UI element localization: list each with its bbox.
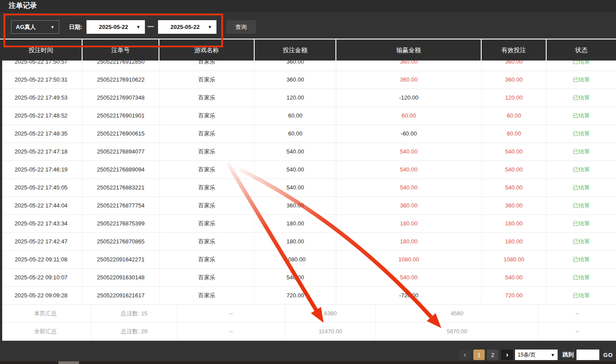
- cell-valid-bet: 360.00: [482, 71, 547, 89]
- summary-dash: –: [177, 323, 285, 341]
- cell-bet-time: 2025-05-22 09:10:07: [0, 269, 83, 287]
- cell-bet-time: 2025-05-22 17:46:19: [0, 161, 83, 179]
- cell-game-name: 百家乐: [159, 233, 255, 251]
- horizontal-scrollbar-thumb[interactable]: [58, 361, 79, 364]
- column-header-valid-bet: 有效投注: [482, 39, 547, 61]
- cell-game-name: 百家乐: [159, 143, 255, 161]
- title-bar: 注单记录: [0, 0, 616, 12]
- cell-status: 已结算: [547, 71, 616, 89]
- cell-winloss-amount: 180.00: [336, 215, 482, 233]
- summary-dash: –: [177, 305, 285, 323]
- next-page-button[interactable]: ›: [501, 350, 513, 360]
- page-button-1[interactable]: 1: [473, 350, 485, 360]
- table-row: 2025-05-22 17:48:52250522176901901百家乐60.…: [0, 107, 616, 125]
- table-header-row: 投注时间注单号游戏名称投注金额输赢金额有效投注状态: [0, 39, 616, 61]
- date-from-select[interactable]: 2025-05-22 ▼: [86, 20, 145, 34]
- cell-status: 已结算: [547, 125, 616, 143]
- cell-bet-amount: 360.00: [255, 71, 336, 89]
- cell-bet-amount: 1080.00: [255, 251, 336, 269]
- cell-bet-no: 250522176894077: [83, 143, 159, 161]
- table-body: 2025-05-22 17:50:57250522176912850百家乐360…: [0, 61, 616, 305]
- cell-winloss-amount: 540.00: [336, 179, 482, 197]
- cell-bet-amount: 60.00: [255, 125, 336, 143]
- cell-bet-amount: 180.00: [255, 233, 336, 251]
- date-from-value: 2025-05-22: [91, 24, 136, 30]
- cell-bet-no: 250522176883221: [83, 179, 159, 197]
- jump-to-input[interactable]: [576, 350, 599, 360]
- summary-dash: –: [539, 323, 616, 341]
- cell-game-name: 百家乐: [159, 125, 255, 143]
- table-row: 2025-05-22 17:49:53250522176907348百家乐120…: [0, 89, 616, 107]
- table-row: 2025-05-22 17:48:35250522176900615百家乐60.…: [0, 125, 616, 143]
- cell-winloss-amount: 180.00: [336, 233, 482, 251]
- game-platform-select[interactable]: AG真人 ▼: [11, 20, 59, 34]
- cell-winloss-amount: 60.00: [336, 107, 482, 125]
- table-row: 2025-05-22 17:44:04250522176877754百家乐360…: [0, 197, 616, 215]
- table-row: 2025-05-22 17:46:19250522176889094百家乐540…: [0, 161, 616, 179]
- summary-total-count: 总注数: 29: [91, 323, 177, 341]
- cell-status: 已结算: [547, 287, 616, 305]
- summary-row: 全部汇总总注数: 29–11470.005870.00–: [0, 323, 616, 341]
- cell-valid-bet: 360.00: [482, 197, 547, 215]
- cell-winloss-amount: 360.00: [336, 61, 482, 71]
- table-row: 2025-05-22 17:43:34250522176875399百家乐180…: [0, 215, 616, 233]
- cell-status: 已结算: [547, 233, 616, 251]
- column-header-bet-time: 投注时间: [0, 39, 83, 61]
- date-range-separator: —: [148, 23, 154, 30]
- cell-bet-amount: 720.00: [255, 287, 336, 305]
- chevron-down-icon: ▼: [136, 25, 140, 29]
- table-row: 2025-05-22 09:11:08250522091642271百家乐108…: [0, 251, 616, 269]
- cell-valid-bet: 540.00: [482, 179, 547, 197]
- cell-status: 已结算: [547, 107, 616, 125]
- cell-bet-amount: 540.00: [255, 269, 336, 287]
- cell-winloss-amount: 540.00: [336, 143, 482, 161]
- cell-bet-no: 250522091630148: [83, 269, 159, 287]
- cell-bet-time: 2025-05-22 17:48:35: [0, 125, 83, 143]
- cell-bet-amount: 60.00: [255, 107, 336, 125]
- cell-bet-no: 250522176889094: [83, 161, 159, 179]
- cell-bet-time: 2025-05-22 17:43:34: [0, 215, 83, 233]
- table-row: 2025-05-22 17:45:05250522176883221百家乐540…: [0, 179, 616, 197]
- cell-valid-bet: 540.00: [482, 269, 547, 287]
- horizontal-scrollbar-track[interactable]: [0, 361, 616, 364]
- cell-game-name: 百家乐: [159, 179, 255, 197]
- page-size-select[interactable]: 15条/页 ▼: [515, 350, 558, 360]
- column-header-game-name: 游戏名称: [159, 39, 255, 61]
- cell-bet-time: 2025-05-22 09:09:28: [0, 287, 83, 305]
- column-header-bet-amount: 投注金额: [255, 39, 336, 61]
- cell-status: 已结算: [547, 89, 616, 107]
- cell-status: 已结算: [547, 143, 616, 161]
- page-title: 注单记录: [9, 1, 37, 11]
- cell-valid-bet: 360.00: [482, 61, 547, 71]
- cell-bet-no: 250522176901901: [83, 107, 159, 125]
- cell-status: 已结算: [547, 179, 616, 197]
- cell-game-name: 百家乐: [159, 197, 255, 215]
- chevron-down-icon: ▼: [551, 353, 555, 357]
- cell-bet-no: 250522176900615: [83, 125, 159, 143]
- cell-bet-amount: 180.00: [255, 215, 336, 233]
- summary-section: 本页汇总总注数: 15–63604560–全部汇总总注数: 29–11470.0…: [0, 305, 616, 341]
- chevron-right-icon: ›: [506, 350, 508, 359]
- cell-winloss-amount: -120.00: [336, 89, 482, 107]
- cell-status: 已结算: [547, 161, 616, 179]
- cell-status: 已结算: [547, 251, 616, 269]
- go-button[interactable]: GO: [603, 352, 613, 358]
- summary-total-count: 总注数: 15: [91, 305, 177, 323]
- query-button[interactable]: 查询: [226, 20, 256, 34]
- pagination: ‹ 12 › 15条/页 ▼ 跳到 GO: [459, 350, 613, 360]
- cell-bet-no: 250522091621617: [83, 287, 159, 305]
- cell-status: 已结算: [547, 215, 616, 233]
- cell-valid-bet: 720.00: [482, 287, 547, 305]
- cell-status: 已结算: [547, 197, 616, 215]
- page-size-value: 15条/页: [518, 351, 551, 359]
- date-to-select[interactable]: 2025-05-22 ▼: [158, 20, 216, 34]
- game-platform-value: AG真人: [16, 23, 50, 31]
- prev-page-button[interactable]: ‹: [459, 350, 471, 360]
- cell-game-name: 百家乐: [159, 251, 255, 269]
- cell-bet-amount: 540.00: [255, 179, 336, 197]
- cell-bet-amount: 360.00: [255, 61, 336, 71]
- page-button-2[interactable]: 2: [487, 350, 498, 360]
- summary-bet-total: 11470.00: [285, 323, 376, 341]
- column-header-bet-no: 注单号: [83, 39, 159, 61]
- cell-game-name: 百家乐: [159, 61, 255, 71]
